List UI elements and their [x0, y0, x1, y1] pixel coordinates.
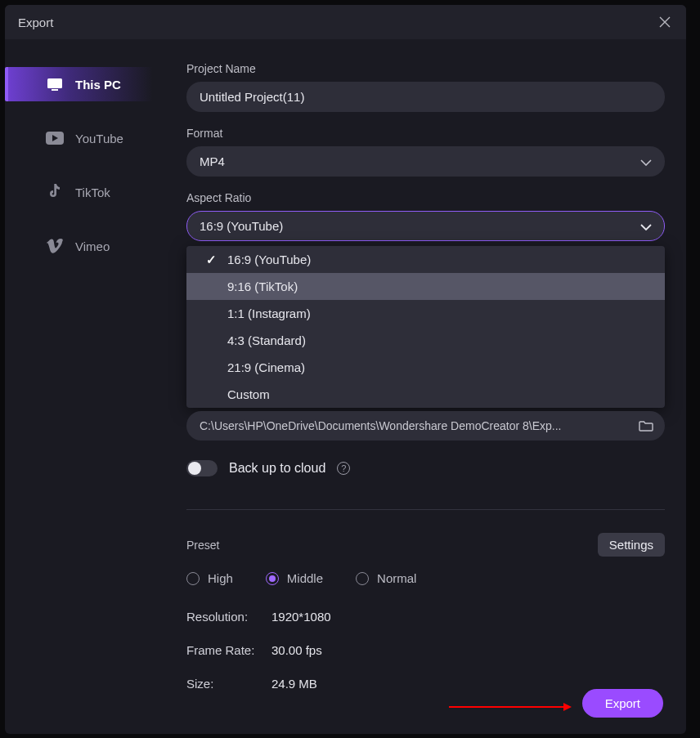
framerate-row: Frame Rate: 30.00 fps	[186, 643, 665, 657]
preset-option-high[interactable]: High	[186, 571, 233, 585]
radio-label: Middle	[287, 571, 323, 585]
preset-option-normal[interactable]: Normal	[356, 571, 416, 585]
export-button[interactable]: Export	[582, 689, 663, 718]
framerate-value: 30.00 fps	[271, 643, 322, 657]
format-select[interactable]: MP4	[186, 146, 665, 177]
sidebar-item-label: TikTok	[75, 186, 110, 199]
preset-option-middle[interactable]: Middle	[266, 571, 323, 585]
youtube-icon	[46, 131, 64, 145]
resolution-label: Resolution:	[186, 610, 271, 624]
aspect-ratio-value: 16:9 (YouTube)	[200, 219, 283, 233]
aspect-option[interactable]: 1:1 (Instagram)	[186, 300, 665, 327]
backup-row: Back up to cloud ?	[186, 460, 665, 476]
chevron-down-icon	[640, 154, 652, 168]
aspect-ratio-dropdown: 16:9 (YouTube) 9:16 (TikTok) 1:1 (Instag…	[186, 246, 665, 408]
titlebar: Export	[5, 5, 686, 39]
radio-icon	[186, 572, 200, 585]
divider	[186, 509, 665, 510]
svg-rect-1	[52, 89, 58, 91]
sidebar-item-label: YouTube	[75, 132, 123, 145]
tiktok-icon	[46, 185, 64, 199]
radio-label: High	[208, 571, 233, 585]
preset-label: Preset	[186, 539, 219, 552]
sidebar-item-youtube[interactable]: YouTube	[5, 121, 160, 155]
framerate-label: Frame Rate:	[186, 643, 271, 657]
preset-header: Preset Settings	[186, 533, 665, 557]
settings-button[interactable]: Settings	[598, 533, 665, 557]
resolution-row: Resolution: 1920*1080	[186, 610, 665, 624]
resolution-value: 1920*1080	[271, 610, 331, 624]
aspect-option[interactable]: 4:3 (Standard)	[186, 327, 665, 354]
radio-icon	[356, 572, 369, 585]
radio-label: Normal	[377, 571, 416, 585]
project-name-value: Untitled Project(11)	[200, 90, 304, 104]
sidebar-item-label: Vimeo	[75, 239, 110, 253]
backup-label: Back up to cloud	[229, 461, 325, 476]
folder-icon[interactable]	[639, 419, 653, 432]
annotation-arrow	[449, 700, 572, 708]
sidebar-item-tiktok[interactable]: TikTok	[5, 175, 160, 209]
radio-icon	[266, 572, 279, 585]
pc-icon	[46, 77, 64, 92]
format-value: MP4	[200, 154, 225, 168]
sidebar-item-this-pc[interactable]: This PC	[5, 67, 160, 101]
preset-radio-group: High Middle Normal	[186, 571, 665, 585]
aspect-option[interactable]: 16:9 (YouTube)	[186, 246, 665, 273]
project-name-label: Project Name	[186, 62, 665, 75]
aspect-ratio-label: Aspect Ratio	[186, 191, 665, 204]
size-label: Size:	[186, 677, 271, 691]
toggle-knob	[188, 462, 201, 475]
sidebar-item-vimeo[interactable]: Vimeo	[5, 229, 160, 263]
help-icon[interactable]: ?	[337, 462, 350, 475]
aspect-option[interactable]: Custom	[186, 381, 665, 408]
size-value: 24.9 MB	[271, 677, 317, 691]
aspect-option[interactable]: 21:9 (Cinema)	[186, 354, 665, 381]
chevron-down-icon	[640, 219, 652, 233]
sidebar-item-label: This PC	[75, 78, 121, 92]
dialog-title: Export	[18, 16, 53, 29]
output-path-value: C:\Users\HP\OneDrive\Documents\Wondersha…	[200, 419, 561, 432]
aspect-ratio-select[interactable]: 16:9 (YouTube)	[186, 211, 665, 241]
export-dialog: Export This PC YouTube	[5, 5, 686, 734]
sidebar: This PC YouTube TikTok Vimeo	[5, 39, 160, 734]
vimeo-icon	[46, 239, 64, 253]
aspect-option[interactable]: 9:16 (TikTok)	[186, 273, 665, 300]
format-label: Format	[186, 127, 665, 140]
backup-toggle[interactable]	[186, 460, 218, 476]
close-icon[interactable]	[657, 14, 673, 30]
output-path-field[interactable]: C:\Users\HP\OneDrive\Documents\Wondersha…	[186, 411, 665, 441]
project-name-input[interactable]: Untitled Project(11)	[186, 82, 665, 112]
svg-rect-0	[47, 78, 62, 88]
main-panel: Project Name Untitled Project(11) Format…	[160, 39, 686, 734]
